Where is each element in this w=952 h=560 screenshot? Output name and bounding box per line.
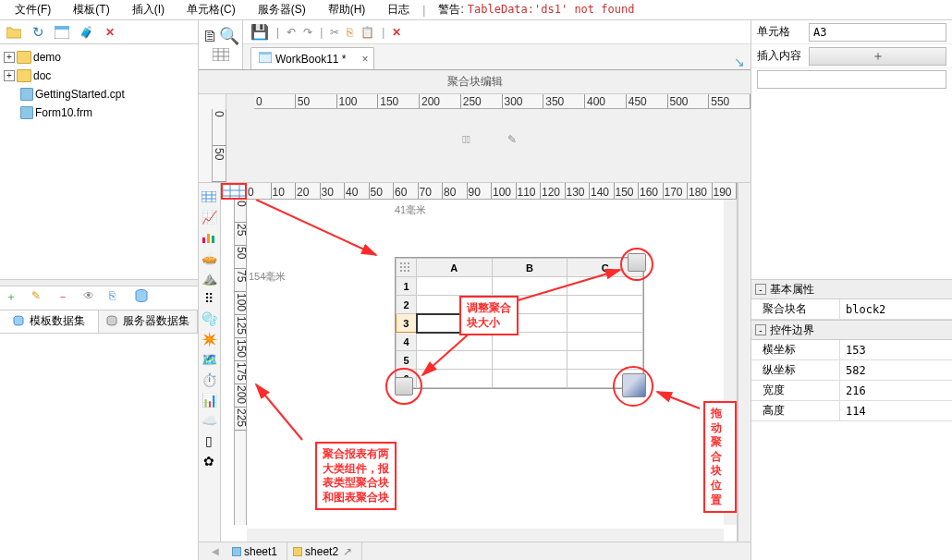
svg-point-20	[404, 270, 406, 272]
tab-server-dataset[interactable]: 服务器数据集	[99, 310, 198, 333]
palette-table-icon[interactable]	[199, 187, 219, 207]
expand-icon[interactable]: +	[4, 52, 15, 63]
prop-width[interactable]: 宽度216	[751, 381, 952, 401]
file-tree[interactable]: + demo + doc GettingStarted.cpt Form10.f…	[0, 44, 198, 279]
collapse-icon[interactable]: -	[755, 284, 766, 295]
tab-overflow-icon[interactable]: ↘	[734, 55, 745, 69]
edit-dataset-icon[interactable]: ✎	[31, 289, 48, 306]
tree-file-form10[interactable]: Form10.frm	[2, 103, 196, 122]
resize-handle-left[interactable]	[395, 377, 413, 396]
add-dataset-icon[interactable]: ＋	[6, 289, 22, 306]
row-header[interactable]: 5	[397, 351, 417, 370]
palette-combo-chart-icon[interactable]: 📊	[199, 390, 219, 410]
upper-horizontal-ruler: 050100150200250300350400450500550	[254, 94, 751, 109]
menu-insert[interactable]: 插入(I)	[121, 2, 176, 18]
dataset-toolbar: ＋ ✎ － 👁 ⎘	[0, 286, 198, 310]
menu-help[interactable]: 帮助(H)	[317, 2, 377, 18]
undo-icon[interactable]: ↶	[287, 26, 296, 39]
delete-icon[interactable]: ✕	[102, 24, 118, 41]
row-header[interactable]: 1	[397, 277, 417, 296]
copy-icon[interactable]: ⎘	[347, 26, 353, 39]
visibility-icon[interactable]: 👁̷	[462, 133, 470, 146]
cell-ref-input[interactable]: A3	[809, 23, 946, 42]
formula-input[interactable]	[757, 70, 946, 89]
close-tab-icon[interactable]: ×	[361, 53, 368, 66]
grid-icon[interactable]	[213, 48, 229, 64]
col-header[interactable]: A	[417, 259, 493, 277]
ruler-corner[interactable]	[221, 183, 247, 200]
tree-label: Form10.frm	[35, 106, 92, 119]
splitter[interactable]	[0, 279, 198, 286]
preview-report-icon[interactable]: 🗎🔍	[202, 26, 239, 46]
svg-line-25	[657, 392, 700, 408]
palette-gauge-icon[interactable]: ⏱️	[199, 370, 219, 390]
document-tab[interactable]: WorkBook11 * ×	[250, 47, 374, 69]
paste-icon[interactable]: 📋	[360, 26, 374, 39]
menu-log[interactable]: 日志	[376, 2, 421, 18]
prop-x[interactable]: 横坐标153	[751, 340, 952, 360]
prop-y[interactable]: 纵坐标582	[751, 360, 952, 381]
expand-icon[interactable]: +	[4, 70, 15, 81]
cut-icon[interactable]: ✂	[330, 26, 339, 39]
move-handle[interactable]	[622, 373, 646, 397]
tab-template-dataset[interactable]: 模板数据集	[0, 310, 99, 333]
svg-rect-1	[55, 26, 69, 30]
menu-server[interactable]: 服务器(S)	[247, 2, 317, 18]
design-area: 📈 🥧 ⛰️ ⠿ 🫧 ✴️ 🗺️ ⏱️ 📊 ☁️ ▯ ✿ 010203	[199, 183, 751, 542]
menu-warning[interactable]: 警告:TableData:'ds1' not found	[427, 2, 645, 18]
redo-icon[interactable]: ↷	[303, 26, 312, 39]
canvas[interactable]: 41毫米 154毫米 A B C 1	[247, 200, 737, 542]
package-icon[interactable]: 🧳	[78, 24, 94, 41]
palette-map-icon[interactable]: 🗺️	[199, 349, 219, 370]
svg-point-19	[400, 270, 402, 272]
collapse-icon[interactable]: -	[755, 324, 766, 335]
section-basic[interactable]: - 基本属性	[751, 279, 952, 299]
palette-line-chart-icon[interactable]: 📈	[199, 207, 219, 227]
insert-content-button[interactable]: ＋	[809, 47, 946, 66]
palette-column-icon[interactable]: ▯	[199, 431, 219, 451]
refresh-icon[interactable]: ↻	[30, 24, 46, 41]
tree-folder-demo[interactable]: + demo	[2, 48, 196, 67]
row-header[interactable]: 2	[397, 296, 417, 314]
palette-pie-chart-icon[interactable]: 🥧	[199, 248, 219, 268]
aggregate-block[interactable]: A B C 1 2 3 4 5 6	[395, 257, 644, 389]
col-header[interactable]: B	[492, 259, 568, 277]
palette-bar-chart-icon[interactable]	[199, 227, 219, 248]
sheet-popup-icon[interactable]: ↗	[343, 545, 352, 558]
block-edit-title: 聚合块编辑	[199, 70, 751, 94]
edit-pen-icon[interactable]: ✎	[507, 133, 517, 146]
resize-handle-top[interactable]	[628, 253, 646, 272]
palette-flower-icon[interactable]: ✿	[199, 451, 219, 471]
delete-dataset-icon[interactable]: －	[57, 289, 74, 306]
dataset-body[interactable]	[0, 334, 198, 561]
canvas-wrap[interactable]: 0102030405060708090100110120130140150160…	[221, 183, 738, 542]
palette-area-chart-icon[interactable]: ⛰️	[199, 268, 219, 288]
horizontal-scrollbar[interactable]	[247, 529, 724, 542]
palette-bubble-chart-icon[interactable]: 🫧	[199, 309, 219, 329]
preview-icon[interactable]: 👁	[83, 289, 100, 306]
tree-file-gettingstarted[interactable]: GettingStarted.cpt	[2, 85, 196, 103]
save-icon[interactable]: 💾	[250, 23, 269, 41]
sheet-tab-2[interactable]: sheet2 ↗	[287, 542, 362, 561]
prop-block-name[interactable]: 聚合块名 block2	[751, 299, 952, 320]
prop-height[interactable]: 高度114	[751, 401, 952, 421]
copy-icon[interactable]: ⎘	[109, 289, 126, 306]
tree-label: demo	[33, 51, 61, 64]
new-window-icon[interactable]	[54, 24, 70, 41]
menu-cell[interactable]: 单元格(C)	[176, 2, 247, 18]
menu-file[interactable]: 文件(F)	[4, 2, 62, 18]
delete-icon[interactable]: ✕	[392, 26, 401, 39]
side-scrollbar[interactable]	[738, 183, 751, 542]
sheet-nav-prev[interactable]: ◀	[204, 546, 226, 556]
row-header[interactable]: 3	[397, 314, 417, 333]
palette-radar-chart-icon[interactable]: ✴️	[199, 329, 219, 349]
open-folder-icon[interactable]	[6, 24, 22, 41]
sheet-tab-1[interactable]: sheet1	[226, 542, 287, 561]
row-header[interactable]: 4	[397, 333, 417, 351]
palette-cloud-icon[interactable]: ☁️	[199, 410, 219, 431]
datasource-icon[interactable]	[135, 289, 152, 306]
menu-template[interactable]: 模板(T)	[62, 2, 120, 18]
palette-scatter-chart-icon[interactable]: ⠿	[199, 288, 219, 309]
section-bounds[interactable]: - 控件边界	[751, 320, 952, 340]
tree-folder-doc[interactable]: + doc	[2, 67, 196, 85]
